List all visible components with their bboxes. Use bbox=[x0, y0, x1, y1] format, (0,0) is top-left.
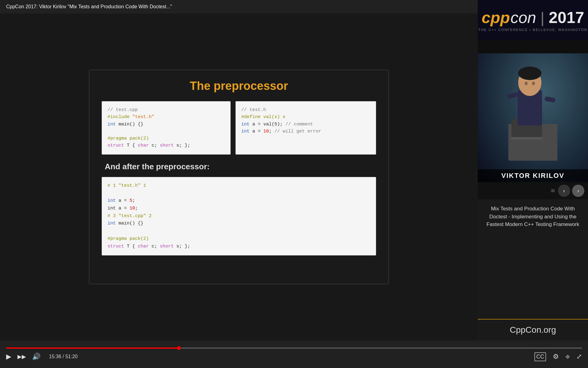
code-box-bottom: # 1 "test.h" 1 int a = 5; int a = 10; # … bbox=[102, 177, 376, 256]
volume-button[interactable]: 🔊 bbox=[32, 353, 40, 361]
svg-rect-9 bbox=[544, 96, 556, 103]
prev-slide-button[interactable]: ‹ bbox=[558, 185, 570, 197]
cppcon-logo: cppcon | 2017 bbox=[482, 8, 584, 27]
total-time: 51:20 bbox=[65, 354, 77, 359]
code-line: # 1 "test.h" 1 bbox=[107, 182, 370, 190]
logo-container: cppcon | 2017 THE C++ CONFERENCE • BELLE… bbox=[478, 8, 587, 32]
code-line: // test.h bbox=[241, 106, 370, 113]
code-line: // test.cpp bbox=[107, 106, 225, 113]
progress-dot bbox=[177, 346, 181, 350]
code-line: int a = 5; bbox=[107, 197, 370, 205]
sidebar: VIKTOR KIRILOV 31 ‹ › Mix Tests and Prod… bbox=[478, 53, 588, 340]
logo-con-text: con bbox=[511, 8, 536, 27]
speaker-name-text: VIKTOR KIRILOV bbox=[501, 172, 564, 179]
logo-cpp-text: cpp bbox=[482, 8, 510, 27]
play-button[interactable]: ▶ bbox=[6, 353, 11, 361]
video-description: Mix Tests and Production Code With Docte… bbox=[478, 199, 588, 319]
nav-arrows: 31 ‹ › bbox=[478, 182, 588, 199]
slide-title: The preprocessor bbox=[190, 79, 288, 93]
next-button[interactable]: ▶▶ bbox=[17, 353, 26, 360]
code-line: int main() {} bbox=[107, 121, 225, 128]
svg-point-6 bbox=[525, 82, 528, 85]
logo-year: 2017 bbox=[549, 8, 584, 27]
code-line: # 3 "test.cpp" 2 bbox=[107, 213, 370, 220]
video-description-text: Mix Tests and Production Code With Docte… bbox=[483, 205, 583, 228]
cast-button[interactable]: ⎆ bbox=[566, 353, 570, 361]
code-line: struct T { char c; short s; }; bbox=[107, 142, 225, 149]
code-line: int a = val(5); // comment bbox=[241, 121, 370, 128]
progress-fill bbox=[6, 347, 179, 349]
time-display: 15:36 / 51:20 bbox=[49, 354, 77, 359]
video-title: CppCon 2017: Viktor Kirilov "Mix Tests a… bbox=[6, 4, 172, 10]
speaker-video: VIKTOR KIRILOV bbox=[478, 53, 588, 182]
logo-divider: | bbox=[541, 9, 545, 27]
fullscreen-button[interactable]: ⤢ bbox=[576, 353, 582, 361]
settings-button[interactable]: ⚙ bbox=[553, 353, 559, 361]
cppcon-website[interactable]: CppCon.org bbox=[478, 319, 588, 340]
code-line: #pragma pack(2) bbox=[107, 135, 225, 142]
main-layout: The preprocessor // test.cpp #include "t… bbox=[0, 13, 588, 340]
slide: The preprocessor // test.cpp #include "t… bbox=[89, 70, 389, 284]
code-line bbox=[107, 128, 225, 135]
svg-rect-2 bbox=[511, 137, 543, 140]
bottom-controls: ▶ ▶▶ 🔊 15:36 / 51:20 CC ⚙ ⎆ ⤢ bbox=[0, 340, 588, 368]
video-area: The preprocessor // test.cpp #include "t… bbox=[0, 13, 478, 340]
right-controls: CC ⚙ ⎆ ⤢ bbox=[534, 352, 582, 361]
controls-row: ▶ ▶▶ 🔊 15:36 / 51:20 CC ⚙ ⎆ ⤢ bbox=[6, 352, 582, 361]
code-line: int a = 10; bbox=[107, 205, 370, 213]
svg-rect-8 bbox=[507, 92, 518, 99]
current-time: 15:36 bbox=[49, 354, 61, 359]
code-box-right: // test.h #define val(x) x int a = val(5… bbox=[236, 101, 376, 155]
speaker-name-badge: VIKTOR KIRILOV bbox=[478, 169, 588, 182]
code-line: int a = 10; // will get error bbox=[241, 128, 370, 135]
code-line bbox=[107, 228, 370, 235]
code-box-left: // test.cpp #include "test.h" int main()… bbox=[102, 101, 231, 155]
code-boxes-top: // test.cpp #include "test.h" int main()… bbox=[102, 101, 376, 155]
svg-point-7 bbox=[532, 82, 535, 85]
cppcon-website-text: CppCon.org bbox=[510, 325, 556, 335]
logo-subtitle: THE C++ CONFERENCE • BELLEVUE, WASHINGTO… bbox=[478, 28, 587, 32]
code-line: #pragma pack(2) bbox=[107, 235, 370, 243]
code-line: struct T { char c; short s; }; bbox=[107, 243, 370, 251]
slide-number: 31 bbox=[551, 189, 555, 193]
logo-area: cppcon | 2017 THE C++ CONFERENCE • BELLE… bbox=[478, 0, 588, 40]
subtitles-button[interactable]: CC bbox=[534, 352, 546, 361]
after-preprocessor-label: And after the preprocessor: bbox=[105, 162, 209, 171]
code-line bbox=[107, 190, 370, 197]
code-line: #include "test.h" bbox=[107, 113, 225, 121]
next-slide-button[interactable]: › bbox=[572, 185, 584, 197]
progress-bar[interactable] bbox=[6, 347, 582, 349]
code-line: #define val(x) x bbox=[241, 113, 370, 121]
speaker-figure bbox=[478, 53, 588, 167]
code-line: int main() {} bbox=[107, 220, 370, 228]
svg-point-5 bbox=[518, 67, 541, 80]
